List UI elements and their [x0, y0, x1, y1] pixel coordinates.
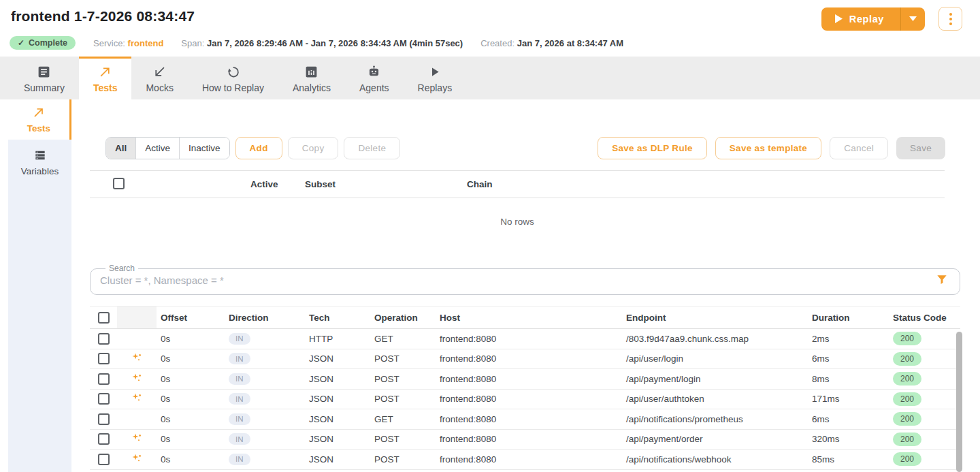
row-checkbox[interactable] — [98, 353, 110, 364]
replay-button[interactable]: Replay — [821, 7, 925, 31]
cell-host: frontend:8080 — [436, 394, 622, 404]
status-badge-label: Complete — [29, 38, 67, 48]
cell-tech: JSON — [305, 394, 370, 404]
arrow-up-right-icon — [98, 65, 112, 79]
cell-duration: 6ms — [808, 414, 889, 424]
table-row[interactable]: 0s IN HTTP GET frontend:8080 /803.f9d47a… — [90, 329, 960, 349]
magic-sparkle-icon — [132, 433, 142, 445]
sidebar-item-tests[interactable]: Tests — [8, 99, 71, 140]
tab-tests[interactable]: Tests — [79, 57, 132, 99]
cancel-button[interactable]: Cancel — [830, 137, 888, 159]
cell-offset: 0s — [157, 353, 225, 364]
search-input[interactable] — [100, 274, 935, 286]
column-active: Active — [250, 179, 305, 189]
select-all-requests-checkbox[interactable] — [98, 312, 110, 324]
cell-host: frontend:8080 — [436, 454, 622, 465]
cell-duration: 85ms — [808, 454, 889, 465]
arrow-down-left-icon — [152, 65, 167, 79]
main-panel: All Active Inactive Add Copy Delete Save… — [71, 99, 980, 472]
cell-offset: 0s — [157, 434, 225, 444]
cell-duration: 2ms — [808, 334, 889, 344]
play-icon — [427, 65, 442, 79]
table-row[interactable]: 0s IN JSON POST frontend:8080 /api/user/… — [90, 349, 960, 370]
row-checkbox[interactable] — [98, 454, 110, 465]
cell-tech: JSON — [305, 414, 370, 424]
status-code-badge: 200 — [893, 432, 921, 446]
direction-badge: IN — [229, 333, 250, 345]
cell-host: frontend:8080 — [436, 374, 622, 384]
magic-sparkle-icon — [132, 353, 142, 364]
filter-inactive-button[interactable]: Inactive — [180, 138, 229, 159]
filter-funnel-icon[interactable] — [935, 273, 949, 287]
save-as-dlp-rule-button[interactable]: Save as DLP Rule — [598, 137, 707, 159]
span-meta: Span: Jan 7, 2026 8:29:46 AM - Jan 7, 20… — [181, 38, 463, 48]
add-button[interactable]: Add — [235, 137, 282, 159]
row-checkbox[interactable] — [98, 373, 110, 385]
status-code-badge: 200 — [893, 372, 921, 386]
cell-operation: GET — [370, 334, 436, 344]
column-status-code: Status Code — [889, 313, 960, 323]
tab-mocks[interactable]: Mocks — [131, 57, 187, 99]
vertical-scrollbar[interactable] — [956, 332, 962, 472]
tab-summary[interactable]: Summary — [10, 57, 79, 99]
cell-duration: 320ms — [808, 434, 889, 444]
cell-endpoint: /api/notifications/prometheus — [622, 414, 808, 424]
filter-all-button[interactable]: All — [106, 138, 136, 159]
cell-offset: 0s — [157, 414, 225, 424]
row-checkbox[interactable] — [98, 333, 110, 345]
table-row[interactable]: 0s IN JSON POST frontend:8080 /api/user/… — [90, 390, 960, 410]
cell-host: frontend:8080 — [436, 334, 622, 344]
created-value: Jan 7, 2026 at 8:34:47 AM — [517, 38, 623, 48]
app-header: frontend 1-7-2026 08:34:47 Replay — [0, 0, 980, 31]
select-all-checkbox[interactable] — [113, 178, 125, 189]
delete-button[interactable]: Delete — [344, 137, 400, 159]
magic-sparkle-icon — [132, 454, 142, 465]
kebab-menu-button[interactable] — [938, 7, 962, 31]
no-rows-message: No rows — [90, 198, 945, 245]
save-button[interactable]: Save — [896, 137, 945, 159]
cell-offset: 0s — [157, 374, 225, 384]
direction-badge: IN — [229, 353, 250, 364]
filter-active-button[interactable]: Active — [136, 138, 180, 159]
direction-badge: IN — [229, 393, 250, 405]
column-offset: Offset — [157, 313, 225, 323]
replay-dropdown-caret[interactable] — [901, 16, 925, 21]
row-checkbox[interactable] — [98, 393, 110, 405]
save-as-template-button[interactable]: Save as template — [715, 137, 821, 159]
span-value: Jan 7, 2026 8:29:46 AM - Jan 7, 2026 8:3… — [207, 38, 463, 48]
table-row[interactable]: 0s IN JSON POST frontend:8080 /api/payme… — [90, 369, 960, 390]
row-checkbox[interactable] — [98, 433, 110, 445]
column-chain: Chain — [467, 179, 945, 189]
cell-endpoint: /api/user/login — [622, 353, 808, 364]
tab-replays[interactable]: Replays — [404, 57, 467, 99]
cell-operation: GET — [370, 414, 436, 424]
play-icon — [835, 14, 843, 23]
restore-icon — [226, 65, 240, 79]
direction-badge: IN — [229, 454, 250, 465]
sidebar-item-variables[interactable]: Variables — [8, 140, 71, 185]
status-code-badge: 200 — [893, 412, 921, 426]
chevron-down-icon — [909, 16, 917, 21]
tab-analytics[interactable]: Analytics — [278, 57, 345, 99]
service-value: frontend — [128, 38, 164, 48]
robot-icon — [367, 65, 381, 79]
requests-table: Offset Direction Tech Operation Host End… — [90, 306, 960, 470]
column-host: Host — [436, 313, 622, 323]
requests-table-header: Offset Direction Tech Operation Host End… — [90, 306, 960, 329]
status-line: ✓ Complete Service: frontend Span: Jan 7… — [0, 31, 980, 57]
cell-duration: 8ms — [808, 374, 889, 384]
service-meta: Service: frontend — [93, 38, 163, 48]
tab-agents[interactable]: Agents — [345, 57, 404, 99]
tab-how-to-replay[interactable]: How to Replay — [188, 57, 278, 99]
icon-column-header — [117, 306, 157, 328]
row-checkbox[interactable] — [98, 413, 110, 425]
cell-host: frontend:8080 — [436, 434, 622, 444]
table-row[interactable]: 0s IN JSON POST frontend:8080 /api/notif… — [90, 450, 960, 470]
cell-tech: HTTP — [305, 334, 370, 344]
copy-button[interactable]: Copy — [288, 137, 339, 159]
column-tech: Tech — [305, 313, 370, 323]
cell-endpoint: /api/user/authtoken — [622, 394, 808, 404]
table-row[interactable]: 0s IN JSON GET frontend:8080 /api/notifi… — [90, 409, 960, 430]
cell-host: frontend:8080 — [436, 414, 622, 424]
table-row[interactable]: 0s IN JSON POST frontend:8080 /api/payme… — [90, 430, 960, 450]
